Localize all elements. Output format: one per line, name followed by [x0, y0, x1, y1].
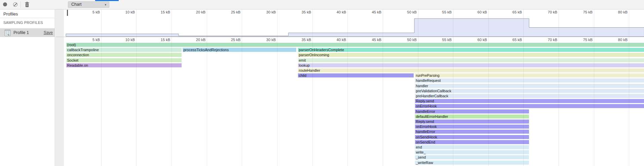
active-tab-indicator	[95, 0, 119, 1]
flame-ruler-tick-label: 15 kB	[145, 38, 170, 42]
gridline	[383, 9, 383, 166]
gridline	[594, 9, 594, 166]
flame-block[interactable]: end	[415, 145, 529, 149]
overview-ruler-tick-label: 70 kB	[532, 10, 557, 14]
flame-ruler-tick-label: 40 kB	[320, 38, 346, 42]
flame-block[interactable]: child	[298, 73, 414, 77]
gridline	[347, 9, 348, 166]
overview-ruler-tick-label: 25 kB	[215, 10, 240, 14]
flame-ruler-tick-label: 60 kB	[461, 38, 487, 42]
chevron-down-icon: ▾	[105, 2, 106, 8]
flame-ruler-tick-label: 30 kB	[250, 38, 276, 42]
flame-block[interactable]: emit	[298, 58, 644, 62]
flame-ruler-tick-label: 35 kB	[286, 38, 311, 42]
flame-block[interactable]: onErrorHook	[415, 125, 529, 129]
overview-ruler-tick-label: 5 kB	[74, 10, 100, 14]
view-mode-select[interactable]: Chart ▾	[68, 1, 109, 8]
overview-depth-silhouette[interactable]	[0, 0, 644, 166]
flame-block[interactable]: routeHandler	[298, 68, 644, 72]
flame-block[interactable]: defaultErrorHandler	[415, 114, 529, 119]
sidebar-title: Profiles	[3, 11, 18, 16]
flame-block[interactable]: _writeRaw	[415, 161, 529, 165]
gridline	[101, 9, 102, 166]
flame-block[interactable]: handleRequest	[415, 78, 644, 82]
flame-ruler-tick-label: 80 kB	[602, 38, 628, 42]
overview-ruler-tick-label: 30 kB	[250, 10, 276, 14]
flame-ruler-tick-label: 45 kB	[356, 38, 381, 42]
flame-block[interactable]: Readable.on	[66, 63, 182, 67]
overview-ruler-tick-label: 20 kB	[180, 10, 205, 14]
flame-ruler-tick-label: 65 kB	[496, 38, 522, 42]
flame-block[interactable]: handler	[415, 84, 644, 88]
toolbar: Chart ▾	[0, 0, 644, 9]
flame-block[interactable]: lookup	[298, 63, 644, 67]
flame-block[interactable]: parserOnHeadersComplete	[298, 48, 644, 52]
gridline	[523, 9, 524, 166]
flame-block[interactable]: runPreParsing	[415, 73, 644, 77]
trash-icon[interactable]	[25, 2, 30, 9]
gridline	[312, 9, 313, 166]
record-icon[interactable]	[3, 2, 7, 6]
gridline	[629, 9, 629, 166]
flame-block[interactable]: preValidationCallback	[415, 89, 644, 93]
overview-ruler-tick-label: 65 kB	[496, 10, 522, 14]
flame-block[interactable]: processTicksAndRejections	[183, 48, 296, 52]
overview-ruler-tick-label: 40 kB	[320, 10, 346, 14]
flame-ruler-tick-label: 75 kB	[567, 38, 593, 42]
overview-ruler-tick-label: 15 kB	[145, 10, 170, 14]
clear-all-icon[interactable]	[13, 2, 17, 7]
flame-ruler-tick-label: 25 kB	[215, 38, 240, 42]
flame-block[interactable]: onconnection	[66, 53, 182, 57]
flame-block[interactable]: handleError	[415, 109, 529, 113]
overview-ruler-divider	[55, 37, 644, 37]
flame-block[interactable]: Reply.send	[415, 120, 529, 124]
gridline	[277, 9, 277, 166]
flame-block[interactable]: Reply.send	[415, 99, 644, 103]
sidebar-divider	[0, 18, 55, 18]
sidebar-item-profile-1[interactable]: % Profile 1 Save	[0, 28, 55, 37]
flame-ruler-tick-label: 70 kB	[532, 38, 557, 42]
overview-ruler-tick-label: 55 kB	[426, 10, 452, 14]
gridline	[453, 9, 453, 166]
flame-block[interactable]: write_	[415, 150, 529, 154]
flame-ruler-tick-label: 50 kB	[391, 38, 417, 42]
toolbar-separator	[21, 1, 21, 8]
overview-ruler-tick-label: 45 kB	[356, 10, 381, 14]
profile-document-icon: %	[5, 30, 10, 37]
profile-name: Profile 1	[13, 30, 29, 35]
overview-ruler-tick-label: 10 kB	[109, 10, 135, 14]
overview-ruler-tick-label: 80 kB	[602, 10, 628, 14]
flame-block[interactable]: preHandlerCallback	[415, 94, 644, 98]
overview-ruler-tick-label: 75 kB	[567, 10, 593, 14]
gridline	[488, 9, 489, 166]
gridline	[559, 9, 559, 166]
sidebar: Profiles SAMPLING PROFILES % Profile 1 S…	[0, 9, 55, 166]
flame-ruler-tick-label: 10 kB	[109, 38, 135, 42]
flame-block[interactable]: onSendHook	[415, 135, 529, 139]
flame-block[interactable]: onErrorHook	[415, 104, 644, 108]
ruler-origin-tick	[67, 10, 68, 16]
flame-block[interactable]: parserOnIncoming	[298, 53, 644, 57]
flame-block[interactable]: handleError	[415, 130, 529, 134]
gridline	[418, 9, 418, 166]
save-link[interactable]: Save	[44, 30, 53, 35]
sampling-profiles-section-label: SAMPLING PROFILES	[3, 21, 43, 25]
flame-ruler-tick-label: 55 kB	[426, 38, 452, 42]
flame-ruler-tick-label: 5 kB	[74, 38, 100, 42]
svg-text:%: %	[7, 34, 9, 36]
overview-ruler-tick-label: 35 kB	[286, 10, 311, 14]
flame-block[interactable]: Socket	[66, 58, 182, 62]
flame-block[interactable]: _send	[415, 155, 529, 159]
gridline	[242, 9, 242, 166]
heap-profiler-panel: Chart ▾ Profiles SAMPLING PROFILES %	[0, 0, 644, 166]
flame-block[interactable]: onSendEnd	[415, 140, 529, 144]
flame-ruler-tick-label: 20 kB	[180, 38, 205, 42]
flame-block[interactable]: callbackTrampoline	[66, 48, 182, 52]
flame-block[interactable]: (root)	[66, 43, 644, 47]
overview-ruler-tick-label: 50 kB	[391, 10, 417, 14]
overview-ruler-tick-label: 60 kB	[461, 10, 487, 14]
view-mode-value: Chart	[71, 2, 82, 7]
gridline	[172, 9, 172, 166]
gridline	[207, 9, 207, 166]
gridline	[136, 9, 137, 166]
